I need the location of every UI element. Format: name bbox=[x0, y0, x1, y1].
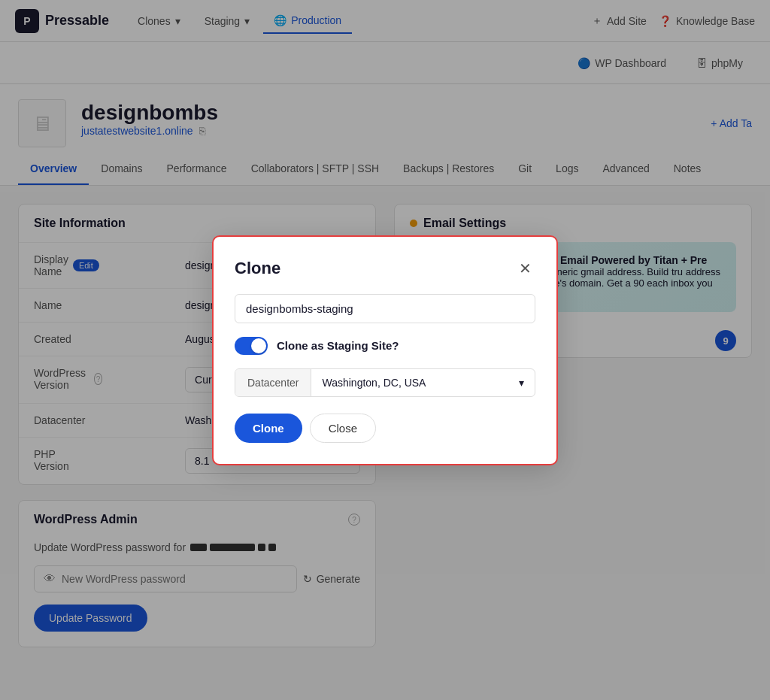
datacenter-select[interactable]: Washington, DC, USA ▾ bbox=[311, 369, 535, 396]
datacenter-selector: Datacenter Washington, DC, USA ▾ bbox=[235, 368, 535, 397]
clone-staging-toggle-row: Clone as Staging Site? bbox=[235, 337, 535, 355]
clone-staging-toggle[interactable] bbox=[235, 337, 268, 355]
clone-staging-label: Clone as Staging Site? bbox=[277, 339, 399, 352]
modal-title: Clone bbox=[235, 259, 280, 278]
datacenter-label: Datacenter bbox=[235, 369, 311, 396]
clone-close-button[interactable]: Close bbox=[310, 414, 376, 443]
chevron-down-icon: ▾ bbox=[519, 377, 524, 389]
modal-header: Clone ✕ bbox=[235, 258, 535, 279]
clone-name-input[interactable] bbox=[235, 294, 535, 323]
modal-actions: Clone Close bbox=[235, 414, 535, 443]
modal-overlay[interactable]: Clone ✕ Clone as Staging Site? Datacente… bbox=[0, 0, 770, 665]
modal-close-button[interactable]: ✕ bbox=[514, 258, 535, 279]
clone-submit-button[interactable]: Clone bbox=[235, 414, 302, 443]
clone-modal: Clone ✕ Clone as Staging Site? Datacente… bbox=[212, 235, 558, 465]
toggle-knob bbox=[251, 338, 266, 353]
